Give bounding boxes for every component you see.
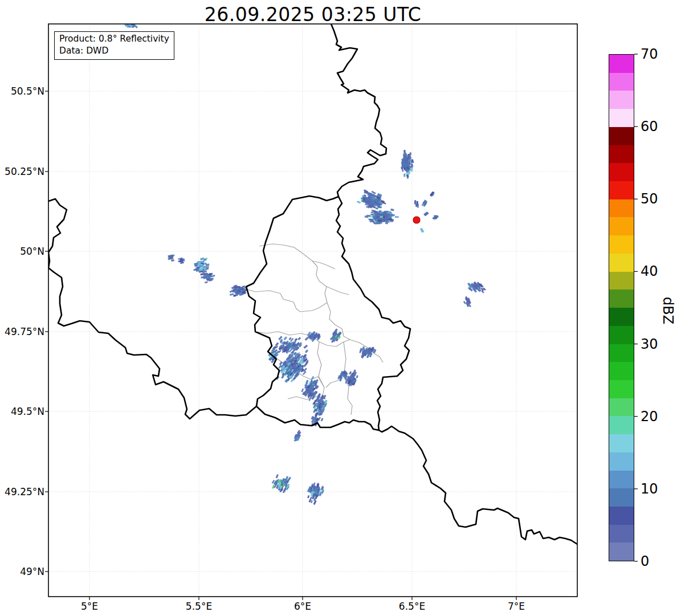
y-tick-label: 49.25°N <box>0 486 44 498</box>
colorbar-tick-label: 60 <box>641 119 658 134</box>
colorbar-segment <box>609 289 634 308</box>
colorbar-tick-label: 40 <box>641 263 658 279</box>
colorbar-segment <box>609 73 634 91</box>
echo-cluster <box>430 191 435 197</box>
echo-cell <box>403 174 405 177</box>
france-belgium-border <box>48 199 256 419</box>
echo-cluster <box>230 284 248 297</box>
france-germany-border <box>379 426 577 544</box>
echo-cell <box>383 218 386 221</box>
echo-cluster <box>124 22 138 28</box>
y-tick-label: 50°N <box>0 245 44 258</box>
colorbar-tick-label: 30 <box>641 336 658 352</box>
echo-cluster <box>276 349 309 383</box>
echo-cell <box>382 213 385 215</box>
echo-cluster <box>307 483 324 505</box>
colorbar-segment <box>609 235 634 254</box>
echo-cluster <box>433 215 439 219</box>
echo-cell <box>303 345 308 349</box>
colorbar-segment <box>609 163 634 181</box>
echo-cell <box>297 337 301 340</box>
colorbar-tick-label: 0 <box>641 553 649 569</box>
colorbar-segment <box>609 398 634 417</box>
radar-figure: 26.09.2025 03:25 UTC Product: 0.8° Refle… <box>0 0 685 616</box>
colorbar-segment <box>609 254 634 272</box>
colorbar-segment <box>609 542 634 561</box>
x-tick-label: 7°E <box>491 601 542 612</box>
echo-cluster <box>330 328 342 342</box>
colorbar-ticks <box>634 54 638 561</box>
echo-cell <box>305 349 308 353</box>
echo-cluster <box>357 189 386 209</box>
echo-cell <box>301 388 304 392</box>
colorbar-segment <box>609 181 634 199</box>
colorbar-tick-label: 50 <box>641 191 658 207</box>
colorbar-segment <box>609 55 634 73</box>
colorbar <box>609 54 634 561</box>
echo-cell <box>402 169 404 172</box>
echo-cluster <box>420 228 425 233</box>
echo-cell <box>279 361 283 365</box>
radar-site-marker <box>413 217 420 223</box>
luxembourg-border <box>246 196 410 430</box>
product-label: Product: 0.8° Reflectivity <box>59 33 169 45</box>
colorbar-segment <box>609 380 634 398</box>
echo-cell <box>402 158 404 161</box>
echo-cell <box>180 258 183 260</box>
echo-cell <box>199 264 202 266</box>
echo-cell <box>384 211 389 213</box>
echo-cell <box>395 216 399 218</box>
colorbar-segment <box>609 308 634 326</box>
echo-cell <box>205 258 207 260</box>
colorbar-tick-label: 10 <box>641 481 658 497</box>
colorbar-tick-label: 70 <box>641 46 658 62</box>
colorbar-segment <box>609 326 634 344</box>
product-info-box: Product: 0.8° Reflectivity Data: DWD <box>54 31 174 60</box>
y-tick-label: 50.5°N <box>0 85 44 97</box>
echo-cell <box>385 222 388 225</box>
echo-cluster <box>193 258 209 276</box>
echo-cluster <box>168 255 174 262</box>
colorbar-segment <box>609 199 634 218</box>
colorbar-unit-label: dBZ <box>660 282 676 339</box>
y-tick-label: 49.75°N <box>0 325 44 338</box>
belgium-germany-border <box>331 24 386 197</box>
colorbar-segment <box>609 416 634 434</box>
echo-cluster <box>414 200 419 208</box>
echo-cluster <box>422 199 427 207</box>
echo-cluster <box>365 206 399 225</box>
colorbar-tick-label: 20 <box>641 409 658 425</box>
echo-cell <box>370 214 374 215</box>
colorbar-segment <box>609 525 634 543</box>
colorbar-segment <box>609 488 634 507</box>
district-border <box>326 342 346 387</box>
y-tick-label: 50.25°N <box>0 165 44 178</box>
echo-cell <box>171 259 174 262</box>
echo-cell <box>389 212 392 214</box>
x-tick-label: 5.5°E <box>173 601 225 612</box>
district-border <box>327 287 349 295</box>
colorbar-segment <box>609 471 634 489</box>
echo-cell <box>294 338 297 341</box>
colorbar-segment <box>609 452 634 471</box>
y-tick-label: 49°N <box>0 565 44 578</box>
echo-cell <box>390 209 394 211</box>
echo-cell <box>205 282 208 284</box>
echo-cell <box>380 216 383 218</box>
echo-cluster <box>337 370 348 381</box>
echo-cluster <box>463 296 471 307</box>
echo-cell <box>356 375 358 378</box>
echo-cluster <box>293 430 301 442</box>
colorbar-segment <box>609 217 634 235</box>
colorbar-segment <box>609 507 634 525</box>
colorbar-segment <box>609 362 634 380</box>
echo-cell <box>321 418 324 421</box>
echo-cluster <box>305 331 321 342</box>
echo-cell <box>375 219 378 222</box>
x-tick-label: 6.5°E <box>386 601 438 612</box>
echo-cluster <box>272 474 291 493</box>
colorbar-segment <box>609 91 634 109</box>
echo-cell <box>377 206 381 209</box>
echo-cell <box>230 293 234 296</box>
echo-cell <box>284 336 288 340</box>
